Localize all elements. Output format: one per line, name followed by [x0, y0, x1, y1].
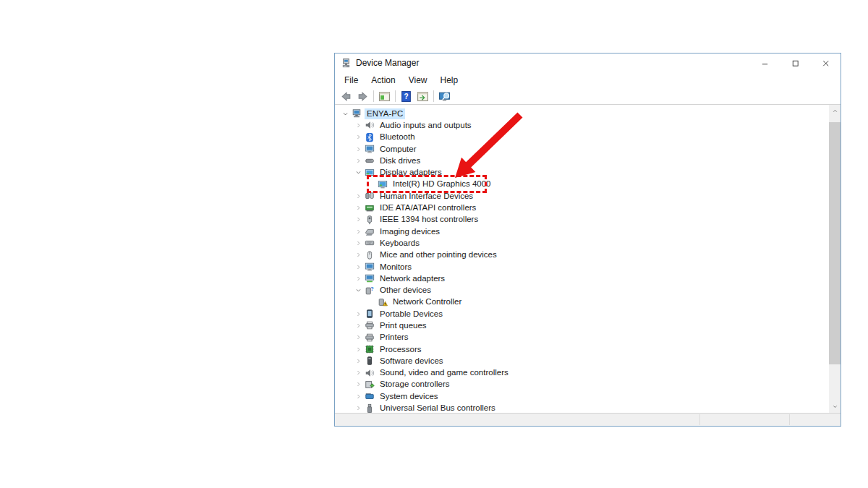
- chevron-right-icon[interactable]: [352, 322, 364, 329]
- tree-item[interactable]: ENYA-PC: [335, 108, 829, 119]
- chevron-right-icon[interactable]: [352, 193, 364, 200]
- chevron-right-icon[interactable]: [352, 275, 364, 282]
- tree-item-label: System devices: [378, 391, 441, 402]
- tree-item[interactable]: Audio inputs and outputs: [335, 119, 829, 131]
- toolbar-separator: [373, 90, 374, 102]
- tree-item[interactable]: Computer: [335, 143, 829, 155]
- svg-text:?: ?: [404, 93, 408, 100]
- tree-item[interactable]: Monitors: [335, 261, 829, 273]
- chevron-right-icon[interactable]: [352, 228, 364, 235]
- chevron-right-icon[interactable]: [352, 381, 364, 388]
- tree-item[interactable]: Software devices: [335, 355, 829, 367]
- tree-item[interactable]: Display adapters: [335, 166, 829, 178]
- tree-item-label: Mice and other pointing devices: [378, 249, 499, 260]
- tree-item-label: Other devices: [378, 285, 433, 296]
- back-button[interactable]: [338, 89, 354, 103]
- scan-hardware-changes-button[interactable]: [436, 89, 453, 103]
- chevron-right-icon[interactable]: [352, 240, 364, 247]
- tree-item[interactable]: Print queues: [335, 320, 829, 331]
- keyboard-icon: [364, 238, 375, 249]
- ide-controller-icon: [364, 202, 375, 213]
- tree-item[interactable]: ?Other devices: [335, 284, 829, 296]
- chevron-right-icon[interactable]: [352, 346, 364, 353]
- chevron-right-icon[interactable]: [352, 311, 364, 317]
- chevron-right-icon[interactable]: [352, 252, 364, 258]
- chevron-right-icon[interactable]: [352, 334, 364, 341]
- chevron-right-icon[interactable]: [352, 146, 364, 153]
- usb-icon: [364, 403, 375, 413]
- tree-item[interactable]: Network adapters: [335, 273, 829, 284]
- scroll-down-button[interactable]: [829, 401, 841, 413]
- ieee1394-icon: [364, 214, 375, 225]
- show-console-tree-button[interactable]: [376, 89, 393, 103]
- tree-item[interactable]: Intel(R) HD Graphics 4000: [335, 179, 829, 190]
- chevron-down-icon[interactable]: [352, 169, 364, 176]
- tree-item[interactable]: Bluetooth: [335, 132, 829, 143]
- menu-bar: File Action View Help: [335, 72, 841, 88]
- chevron-right-icon[interactable]: [352, 158, 364, 164]
- hid-icon: [364, 191, 375, 202]
- scroll-up-button[interactable]: [829, 105, 841, 117]
- close-button[interactable]: [810, 53, 841, 72]
- tree-item[interactable]: IEEE 1394 host controllers: [335, 214, 829, 226]
- tree-item-label: Storage controllers: [378, 379, 452, 390]
- tree-item-label: Bluetooth: [378, 132, 417, 142]
- chevron-down-icon[interactable]: [352, 287, 364, 294]
- chevron-right-icon[interactable]: [352, 216, 364, 223]
- menu-help[interactable]: Help: [434, 75, 465, 85]
- tree-item[interactable]: Processors: [335, 343, 829, 355]
- status-bar: [335, 413, 841, 426]
- menu-file[interactable]: File: [338, 75, 365, 85]
- chevron-right-icon[interactable]: [352, 264, 364, 270]
- display-adapter-icon: [364, 167, 375, 178]
- tree-item-label: Network adapters: [378, 273, 447, 284]
- speaker-icon: [364, 120, 375, 131]
- forward-button[interactable]: [354, 89, 371, 103]
- toolbar: ?: [335, 88, 841, 105]
- device-tree: ENYA-PCAudio inputs and outputsBluetooth…: [335, 105, 829, 413]
- tree-item[interactable]: Printers: [335, 332, 829, 343]
- tree-item[interactable]: Universal Serial Bus controllers: [335, 402, 829, 413]
- vertical-scrollbar[interactable]: [829, 105, 841, 413]
- device-manager-icon: [341, 58, 352, 69]
- menu-view[interactable]: View: [402, 75, 434, 85]
- tree-item[interactable]: Keyboards: [335, 237, 829, 249]
- chevron-right-icon[interactable]: [352, 358, 364, 364]
- tree-item[interactable]: Imaging devices: [335, 226, 829, 237]
- svg-text:?: ?: [370, 286, 374, 292]
- tree-item-label: Disk drives: [378, 155, 422, 166]
- tree-item-label: Network Controller: [391, 296, 464, 307]
- chevron-down-icon[interactable]: [339, 111, 351, 117]
- help-button[interactable]: ?: [398, 89, 414, 103]
- tree-item[interactable]: Portable Devices: [335, 308, 829, 320]
- tree-item-label: Print queues: [378, 320, 429, 331]
- imaging-device-icon: [364, 226, 375, 237]
- tree-item-label: Monitors: [378, 262, 414, 273]
- statusbar-divider: [789, 414, 790, 425]
- chevron-right-icon[interactable]: [352, 134, 364, 140]
- chevron-right-icon[interactable]: [352, 205, 364, 211]
- chevron-right-icon[interactable]: [352, 393, 364, 400]
- tree-item[interactable]: Disk drives: [335, 155, 829, 166]
- tree-item[interactable]: Sound, video and game controllers: [335, 367, 829, 379]
- scrollbar-thumb[interactable]: [829, 122, 841, 364]
- menu-action[interactable]: Action: [365, 75, 401, 85]
- tree-item-label: Printers: [378, 332, 411, 343]
- tree-item[interactable]: Network Controller: [335, 296, 829, 308]
- display-adapter-icon: [377, 179, 388, 189]
- printer-icon: [364, 320, 375, 331]
- chevron-right-icon[interactable]: [352, 122, 364, 129]
- tree-item[interactable]: Mice and other pointing devices: [335, 249, 829, 261]
- chevron-right-icon[interactable]: [352, 405, 364, 411]
- tree-item[interactable]: IDE ATA/ATAPI controllers: [335, 202, 829, 213]
- chevron-right-icon[interactable]: [352, 369, 364, 376]
- tree-item[interactable]: System devices: [335, 390, 829, 402]
- tree-item-label: Processors: [378, 344, 424, 355]
- tree-item[interactable]: Storage controllers: [335, 379, 829, 390]
- tree-item[interactable]: Human Interface Devices: [335, 190, 829, 202]
- minimize-button[interactable]: [749, 53, 780, 72]
- portable-device-icon: [364, 309, 375, 320]
- maximize-button[interactable]: [780, 53, 810, 72]
- tree-item-label: IEEE 1394 host controllers: [378, 214, 480, 225]
- properties-button[interactable]: [414, 89, 431, 103]
